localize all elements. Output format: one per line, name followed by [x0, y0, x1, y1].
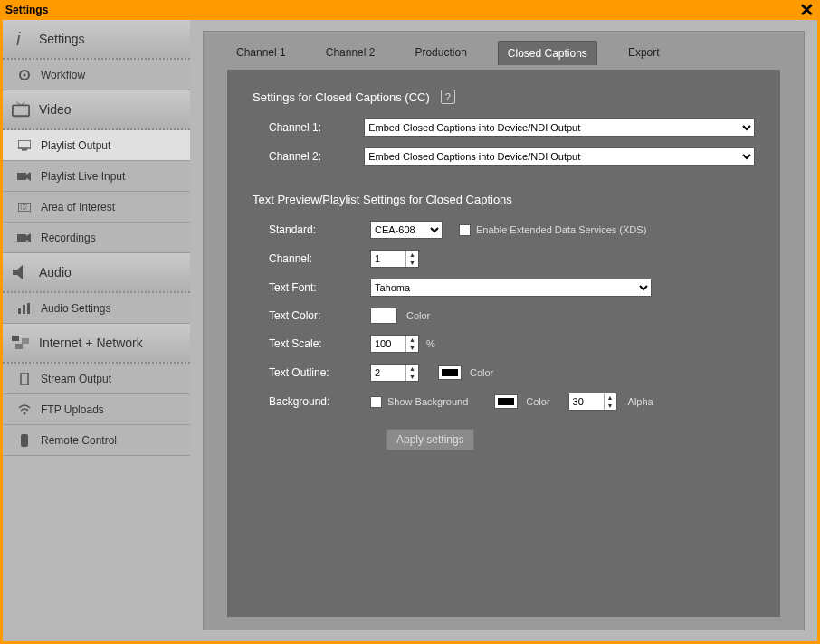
- svg-rect-6: [18, 140, 31, 148]
- tab-production[interactable]: Production: [405, 41, 475, 65]
- font-select[interactable]: Tahoma: [370, 279, 652, 297]
- svg-text:i: i: [16, 29, 21, 49]
- sidebar-item-remote-control[interactable]: Remote Control: [3, 425, 190, 456]
- channel2-select[interactable]: Embed Closed Captions into Device/NDI Ou…: [364, 147, 755, 166]
- sidebar-item-playlist-output[interactable]: Playlist Output: [3, 130, 190, 161]
- alpha-stepper[interactable]: ▲▼: [568, 393, 617, 411]
- percent-label: %: [426, 338, 435, 349]
- close-icon[interactable]: ✕: [799, 2, 815, 18]
- network-icon: [12, 335, 30, 351]
- monitor-icon: [15, 137, 33, 154]
- svg-rect-15: [18, 308, 21, 314]
- window-title: Settings: [5, 4, 48, 16]
- channel-label: Channel:: [253, 252, 370, 265]
- svg-rect-8: [17, 173, 26, 180]
- showbg-checkbox[interactable]: [370, 396, 382, 408]
- sidebar-section-video: Video: [3, 90, 190, 128]
- sidebar-item-label: Playlist Output: [41, 139, 110, 152]
- tab-closed-captions[interactable]: Closed Captions: [498, 41, 597, 65]
- tab-channel-1[interactable]: Channel 1: [227, 41, 295, 65]
- channel-stepper[interactable]: ▲▼: [370, 250, 419, 268]
- cc-heading: Settings for Closed Captions (CC): [253, 90, 430, 104]
- channel1-select[interactable]: Embed Closed Captions into Device/NDI Ou…: [364, 118, 755, 137]
- tab-channel-2[interactable]: Channel 2: [317, 41, 385, 65]
- sidebar-item-label: Area of Interest: [41, 201, 115, 213]
- sidebar-item-workflow[interactable]: Workflow: [3, 60, 190, 90]
- scale-input[interactable]: [371, 338, 405, 349]
- color-word: Color: [406, 310, 430, 321]
- font-label: Text Font:: [253, 281, 370, 294]
- channel1-label: Channel 1:: [253, 121, 364, 134]
- sidebar-section-label: Internet + Network: [39, 336, 143, 350]
- sidebar-item-recordings[interactable]: Recordings: [3, 223, 190, 253]
- sidebar-item-label: FTP Uploads: [41, 403, 104, 416]
- tab-bar: Channel 1 Channel 2 Production Closed Ca…: [204, 32, 804, 65]
- sidebar-item-stream-output[interactable]: Stream Output: [3, 364, 190, 394]
- preview-heading: Text Preview/Playlist Settings for Close…: [253, 193, 512, 206]
- wifi-icon: [15, 402, 33, 418]
- gear-icon: [15, 67, 33, 83]
- svg-rect-16: [23, 305, 25, 314]
- channel-input[interactable]: [371, 253, 405, 264]
- sidebar: i Settings Workflow Video Playlist Outpu…: [3, 20, 190, 641]
- sidebar-item-label: Playlist Live Input: [41, 170, 125, 183]
- svg-rect-18: [12, 336, 19, 341]
- svg-point-22: [24, 412, 26, 414]
- showbg-label: Show Background: [387, 396, 468, 407]
- svg-marker-13: [26, 233, 31, 242]
- svg-marker-9: [26, 172, 31, 181]
- sidebar-section-label: Settings: [39, 32, 85, 46]
- remote-icon: [15, 432, 33, 449]
- sidebar-section-audio: Audio: [3, 253, 190, 291]
- sidebar-item-area-of-interest[interactable]: Area of Interest: [3, 192, 190, 223]
- camera-icon: [15, 230, 33, 246]
- sidebar-item-label: Remote Control: [41, 434, 117, 447]
- scale-stepper[interactable]: ▲▼: [370, 335, 419, 353]
- sidebar-item-playlist-live-input[interactable]: Playlist Live Input: [3, 161, 190, 192]
- background-label: Background:: [253, 395, 370, 408]
- sidebar-item-label: Recordings: [41, 232, 96, 244]
- svg-rect-19: [22, 338, 29, 344]
- bars-icon: [15, 300, 33, 317]
- sidebar-section-label: Video: [39, 102, 72, 117]
- tv-icon: [12, 101, 30, 118]
- camera-icon: [15, 168, 33, 185]
- scale-label: Text Scale:: [253, 337, 370, 350]
- xds-label: Enable Extended Data Services (XDS): [476, 224, 646, 235]
- info-icon: i: [12, 31, 30, 47]
- sidebar-section-settings: i Settings: [3, 20, 190, 58]
- sidebar-item-label: Workflow: [41, 69, 85, 81]
- alpha-input[interactable]: [569, 396, 604, 407]
- color-word-3: Color: [526, 396, 549, 407]
- svg-rect-21: [21, 373, 28, 385]
- channel2-label: Channel 2:: [253, 150, 364, 163]
- sidebar-item-ftp-uploads[interactable]: FTP Uploads: [3, 394, 190, 425]
- apply-settings-button[interactable]: Apply settings: [386, 429, 474, 450]
- outline-stepper[interactable]: ▲▼: [370, 364, 419, 382]
- svg-rect-7: [22, 149, 27, 151]
- alpha-label: Alpha: [628, 396, 653, 407]
- help-icon[interactable]: ?: [441, 90, 455, 104]
- standard-label: Standard:: [253, 223, 370, 236]
- outline-label: Text Outline:: [253, 366, 370, 379]
- phone-icon: [15, 371, 33, 387]
- svg-rect-23: [21, 434, 28, 447]
- svg-rect-17: [27, 303, 30, 314]
- outline-input[interactable]: [371, 367, 405, 378]
- sidebar-item-label: Audio Settings: [41, 302, 110, 315]
- outline-color-swatch[interactable]: [439, 366, 461, 379]
- sidebar-item-label: Stream Output: [41, 373, 111, 385]
- textcolor-label: Text Color:: [253, 309, 370, 322]
- svg-marker-14: [13, 265, 23, 279]
- svg-rect-20: [15, 344, 23, 349]
- standard-select[interactable]: CEA-608: [370, 221, 443, 239]
- speaker-icon: [12, 264, 30, 280]
- svg-point-2: [24, 73, 26, 76]
- textcolor-swatch[interactable]: [370, 308, 397, 324]
- sidebar-item-audio-settings[interactable]: Audio Settings: [3, 293, 190, 324]
- svg-rect-11: [21, 204, 26, 209]
- tab-export[interactable]: Export: [619, 41, 669, 65]
- xds-checkbox[interactable]: [459, 224, 471, 236]
- sidebar-section-label: Audio: [39, 265, 72, 279]
- bg-color-swatch[interactable]: [495, 395, 517, 408]
